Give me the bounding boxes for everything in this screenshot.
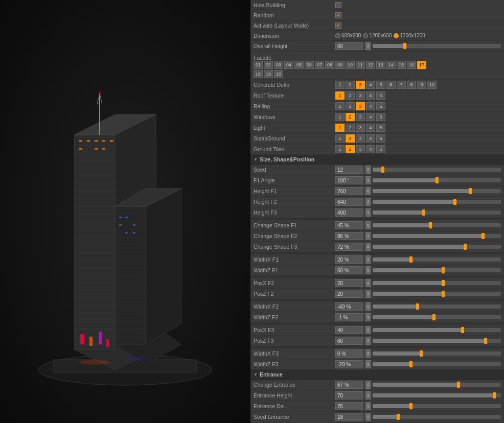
widthx-f2-input[interactable] [335, 302, 363, 311]
height-f3-slider[interactable] [373, 210, 501, 215]
change-shape-f1-spin[interactable]: ⇕ [365, 221, 371, 229]
seed-entrance-control[interactable]: ⇕ [335, 413, 501, 421]
widthz-f1-slider[interactable] [373, 268, 501, 272]
dimension-radio-group[interactable]: 600x600 1200x600 1200x1200 [335, 33, 425, 38]
random-checkbox-area[interactable] [335, 12, 341, 18]
overall-height-control[interactable]: ⇕ [335, 42, 501, 50]
ground-tiles-btn-3[interactable]: 3 [356, 145, 365, 153]
overall-height-slider[interactable] [373, 44, 501, 48]
widthx-f1-spin[interactable]: ⇕ [365, 255, 371, 264]
change-shape-f1-input[interactable] [335, 221, 363, 229]
stairs-ground-btn-4[interactable]: 4 [366, 134, 375, 143]
concrete-deko-btn-9[interactable]: 9 [417, 81, 426, 89]
posx-f2-input[interactable] [335, 279, 363, 287]
entrance-height-control[interactable]: ⇕ [335, 391, 501, 400]
posx-f2-spin[interactable]: ⇕ [365, 279, 371, 287]
concrete-deko-btn-8[interactable]: 8 [407, 81, 416, 89]
widthx-f1-slider[interactable] [373, 257, 501, 262]
concrete-deko-btn-4[interactable]: 4 [366, 81, 375, 89]
widthz-f1-control[interactable]: ⇕ [335, 266, 501, 274]
railing-btn-2[interactable]: 2 [346, 102, 355, 110]
stairs-ground-btn-3[interactable]: 3 [356, 134, 365, 143]
posz-f3-spin[interactable]: ⇕ [365, 337, 371, 345]
ground-tiles-btn-4[interactable]: 4 [366, 145, 375, 153]
overall-height-input[interactable] [335, 42, 363, 50]
change-entrance-input[interactable] [335, 381, 363, 389]
windows-btn-3[interactable]: 3 [356, 113, 365, 121]
change-entrance-control[interactable]: ⇕ [335, 381, 501, 389]
concrete-deko-btn-1[interactable]: 1 [335, 81, 345, 89]
concrete-deko-btn-3[interactable]: 3 [356, 81, 365, 89]
widthz-f3-slider[interactable] [373, 362, 501, 366]
light-btn-3[interactable]: 3 [356, 124, 365, 132]
stairs-ground-btn-2[interactable]: 2 [346, 134, 355, 143]
posx-f2-slider[interactable] [373, 281, 501, 285]
facade-btn-20[interactable]: 20 [274, 70, 283, 78]
ground-tiles-btn-5[interactable]: 5 [376, 145, 385, 153]
change-shape-f2-slider[interactable] [373, 234, 501, 238]
widthz-f1-input[interactable] [335, 266, 363, 274]
roof-texture-btn-2[interactable]: 2 [346, 91, 355, 100]
random-checkbox[interactable] [335, 12, 341, 18]
widthx-f1-input[interactable] [335, 255, 363, 264]
widthx-f2-slider[interactable] [373, 304, 501, 309]
height-f3-input[interactable] [335, 208, 363, 217]
widthx-f3-control[interactable]: ⇕ [335, 349, 501, 358]
height-f2-spin[interactable]: ⇕ [365, 198, 371, 206]
facade-btn-18[interactable]: 18 [254, 70, 263, 78]
f1-angle-spin[interactable]: ⇕ [365, 176, 371, 184]
widthz-f2-spin[interactable]: ⇕ [365, 313, 371, 321]
entrance-height-input[interactable] [335, 391, 363, 400]
light-btn-2[interactable]: 2 [346, 124, 355, 132]
change-shape-f3-input[interactable] [335, 243, 363, 251]
activate-layout-checkbox-area[interactable] [335, 22, 341, 29]
widthx-f3-spin[interactable]: ⇕ [365, 349, 371, 358]
ground-tiles-btn-2[interactable]: 2 [346, 145, 355, 153]
railing-btn-4[interactable]: 4 [366, 102, 375, 110]
facade-btn-06[interactable]: 06 [305, 61, 314, 69]
entrance-del-spin[interactable]: ⇕ [365, 402, 371, 410]
change-shape-f2-input[interactable] [335, 232, 363, 240]
widthx-f2-spin[interactable]: ⇕ [365, 302, 371, 311]
posz-f2-control[interactable]: ⇕ [335, 290, 501, 298]
concrete-deko-btn-6[interactable]: 6 [386, 81, 396, 89]
light-btn-1[interactable]: 1 [335, 124, 345, 132]
change-shape-f3-slider[interactable] [373, 245, 501, 249]
seed-entrance-input[interactable] [335, 413, 363, 421]
concrete-deko-btn-10[interactable]: 10 [427, 81, 437, 89]
change-shape-f2-control[interactable]: ⇕ [335, 232, 501, 240]
widthz-f3-input[interactable] [335, 360, 363, 368]
entrance-header[interactable]: ▼ Entrance [250, 370, 504, 380]
facade-btn-19[interactable]: 19 [264, 70, 273, 78]
facade-btn-13[interactable]: 13 [376, 61, 385, 69]
railing-btn-3[interactable]: 3 [356, 102, 365, 110]
roof-texture-btn-5[interactable]: 5 [376, 91, 385, 100]
light-btn-4[interactable]: 4 [366, 124, 375, 132]
widthx-f1-control[interactable]: ⇕ [335, 255, 501, 264]
facade-btn-01[interactable]: 01 [254, 61, 263, 69]
widthx-f3-input[interactable] [335, 349, 363, 358]
change-shape-f1-control[interactable]: ⇕ [335, 221, 501, 229]
posz-f2-slider[interactable] [373, 292, 501, 296]
facade-btn-16[interactable]: 16 [407, 61, 416, 69]
windows-btn-4[interactable]: 4 [366, 113, 375, 121]
change-shape-f2-spin[interactable]: ⇕ [365, 232, 371, 240]
concrete-deko-btn-2[interactable]: 2 [346, 81, 355, 89]
ground-tiles-btn-1[interactable]: 1 [335, 145, 345, 153]
change-entrance-slider[interactable] [373, 383, 501, 387]
light-btn-5[interactable]: 5 [376, 124, 385, 132]
widthx-f2-control[interactable]: ⇕ [335, 302, 501, 311]
height-f2-slider[interactable] [373, 200, 501, 204]
height-f1-input[interactable] [335, 187, 363, 195]
height-f2-input[interactable] [335, 198, 363, 206]
windows-btn-1[interactable]: 1 [335, 113, 345, 121]
height-f3-control[interactable]: ⇕ [335, 208, 501, 217]
dimension-option-2[interactable]: 1200x1200 [394, 33, 425, 38]
facade-btn-05[interactable]: 05 [294, 61, 304, 69]
widthz-f2-control[interactable]: ⇕ [335, 313, 501, 321]
facade-btn-07[interactable]: 07 [315, 61, 324, 69]
height-f2-control[interactable]: ⇕ [335, 198, 501, 206]
widthz-f2-input[interactable] [335, 313, 363, 321]
dimension-option-0[interactable]: 600x600 [335, 33, 361, 38]
facade-btn-03[interactable]: 03 [274, 61, 283, 69]
